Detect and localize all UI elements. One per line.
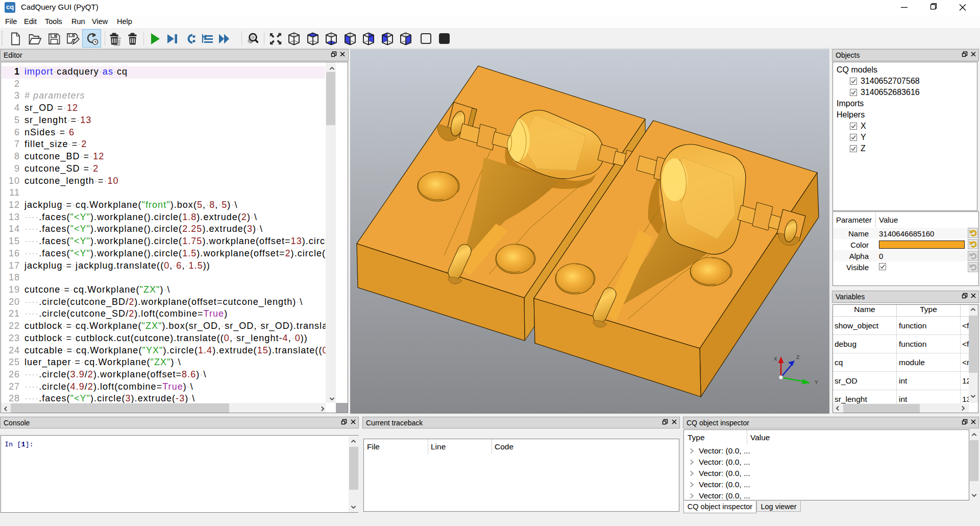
svg-text:Y: Y [815, 379, 818, 386]
svg-text:X: X [774, 356, 777, 362]
svg-text:Z: Z [796, 354, 800, 361]
